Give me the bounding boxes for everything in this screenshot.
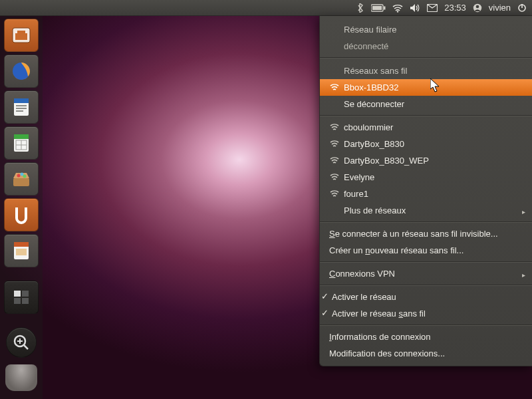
wifi-disconnect[interactable]: Se déconnecter [320,96,532,112]
svg-rect-16 [16,108,27,109]
wifi-icon [329,138,340,149]
battery-icon[interactable] [371,4,386,12]
wifi-icon [329,155,340,166]
wireless-header: Réseaux sans fil [320,61,532,79]
svg-point-23 [21,173,24,176]
svg-rect-2 [372,6,382,10]
bluetooth-icon[interactable] [356,3,364,13]
user-icon [473,3,482,13]
chevron-right-icon: ▸ [522,206,525,217]
svg-rect-27 [16,249,27,255]
wired-header: Réseau filaire [320,20,532,38]
wifi-ssid-label: Bbox-1BBD32 [344,82,398,92]
menu-separator [320,221,532,223]
wifi-icon [329,82,340,92]
enable-wifi[interactable]: ✓ Activer le réseau sans fil [320,305,532,322]
clock[interactable]: 23:53 [444,3,466,13]
top-panel: 23:53 vivien [0,0,532,16]
launcher-workspace-switcher[interactable] [4,281,39,314]
launcher-firefox[interactable] [4,55,39,88]
svg-rect-11 [17,31,25,33]
menu-separator [320,115,532,116]
wifi-icon [329,188,340,199]
mnemonic: C [329,269,335,279]
wifi-network-item[interactable]: DartyBox_B830 [320,136,532,152]
messaging-icon[interactable] [427,4,438,12]
power-icon[interactable] [517,3,527,13]
svg-rect-28 [14,291,21,297]
launcher-calc[interactable] [4,126,39,160]
svg-point-3 [397,11,398,12]
edit-connections[interactable]: Modification des connexions... [320,345,532,362]
menu-separator [320,57,532,59]
launcher-software-center[interactable] [4,162,39,196]
more-networks-label: Plus de réseaux [344,205,406,215]
svg-rect-1 [384,6,386,9]
launcher [0,16,43,399]
wifi-network-item[interactable]: Evelyne [320,169,532,186]
sound-icon[interactable] [410,3,420,13]
connect-hidden-network[interactable]: Se connecter à un réseau sans fil invisi… [320,225,532,242]
more-networks[interactable]: Plus de réseaux ▸ [320,202,532,219]
wifi-network-item[interactable]: cboulommier [320,119,532,136]
svg-rect-31 [22,298,29,304]
wifi-icon [329,172,340,182]
wifi-ssid-label: DartyBox_B830_WEP [344,156,429,166]
svg-rect-29 [22,291,29,297]
svg-rect-19 [14,134,29,139]
svg-point-24 [23,175,27,178]
launcher-writer[interactable] [4,90,39,124]
mnemonic: S [329,229,335,239]
svg-point-22 [17,174,21,178]
chevron-right-icon: ▸ [522,269,525,281]
label-text: Créer un [329,245,365,255]
label-text: Activer le réseau [329,292,396,302]
svg-rect-30 [14,298,21,304]
vpn-connections[interactable]: Connexions VPN ▸ [320,265,532,282]
svg-rect-21 [13,178,29,186]
svg-rect-15 [16,105,27,106]
label-text: onnexions VPN [335,269,395,279]
wifi-ssid-label: Evelyne [344,172,374,182]
wifi-ssid-label: DartyBox_B830 [344,139,404,149]
create-new-network[interactable]: Créer un nouveau réseau sans fil... [320,242,532,259]
label-text: nformations de connexion [332,332,431,342]
connection-info[interactable]: Informations de connexion [320,329,532,345]
svg-point-6 [475,5,479,8]
menu-separator [320,285,532,286]
menu-separator [320,261,532,263]
launcher-ubuntu-one[interactable] [4,198,39,231]
launcher-impress[interactable] [4,234,39,267]
svg-rect-14 [14,98,29,103]
svg-rect-8 [521,4,523,8]
svg-rect-17 [16,110,23,112]
launcher-files[interactable] [4,19,39,52]
wifi-icon [329,122,340,132]
svg-rect-26 [14,242,29,247]
launcher-trash[interactable] [5,364,37,391]
network-menu: Réseau filaire déconnecté Réseaux sans f… [319,16,532,366]
launcher-zoom[interactable] [6,327,37,358]
enable-networking[interactable]: ✓ Activer le réseau [320,289,532,305]
check-icon: ✓ [321,307,332,318]
label-text: Activer le réseau sans fil [329,309,426,319]
svg-rect-10 [15,33,27,40]
label-text: e connecter à un réseau sans fil invisib… [335,229,498,239]
wifi-indicator-icon[interactable] [392,3,403,13]
wifi-ssid-label: foure1 [344,189,368,199]
wired-status: déconnecté [320,38,532,55]
wifi-network-item[interactable]: foure1 [320,186,532,202]
wifi-ssid-label: cboulommier [344,122,393,132]
label-text: ouveau réseau sans fil... [370,245,464,255]
wifi-network-item[interactable]: DartyBox_B830_WEP [320,152,532,169]
check-icon: ✓ [321,291,332,301]
username-label[interactable]: vivien [489,3,511,13]
menu-separator [320,325,532,326]
wifi-connected-item[interactable]: Bbox-1BBD32 [320,79,532,96]
